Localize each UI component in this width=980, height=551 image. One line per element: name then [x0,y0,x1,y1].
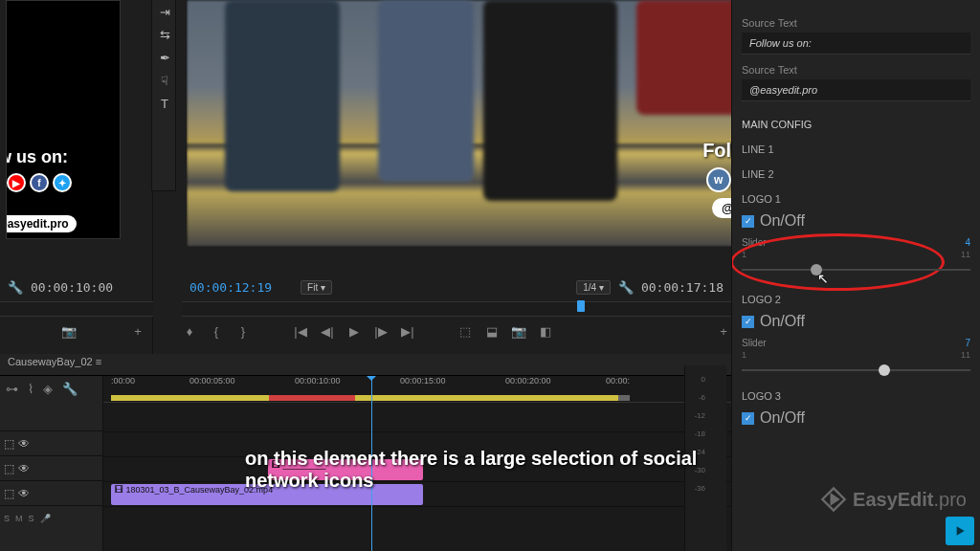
source-ruler[interactable] [0,301,153,317]
facebook-icon: f [30,173,49,192]
mic-icon[interactable]: 🎤 [40,514,51,523]
logo-1-onoff-label: On/Off [760,212,805,230]
source-monitor[interactable]: ow us on: ▶ f ✦ easyedit.pro [6,0,121,239]
source-text-1-label: Source Text [742,17,970,29]
snap-icon[interactable]: ⊶ [6,382,18,396]
slider-2-label: Slider [742,338,767,348]
logo-3-header[interactable]: LOGO 3 [742,390,970,402]
source-text-1-input[interactable] [742,33,970,55]
toggle-output-icon[interactable]: 👁 [18,487,30,500]
source-timecode[interactable]: 00:00:10:00 [31,280,113,295]
source-text-2-label: Source Text [742,64,970,76]
watermark-logo: EasyEdit.pro [820,486,967,513]
wrench-icon[interactable]: 🔧 [618,280,634,295]
add-icon[interactable]: + [130,324,145,339]
play-icon [952,523,968,539]
slider-1-value[interactable]: 4 [965,237,970,248]
overlay-title-text: ow us on: [6,147,68,167]
extract-icon[interactable]: ⬓ [484,324,500,339]
logo-2-checkbox[interactable]: ✓ [742,316,754,328]
slider-1-label: Slider [742,237,767,248]
play-diamond-icon [820,486,847,513]
slider-1-min: 1 [742,250,746,259]
rolling-edit-icon[interactable]: ⇆ [152,23,177,46]
logo-1-header[interactable]: LOGO 1 [742,193,970,205]
track-head-v2[interactable]: ⬚👁 [0,455,102,480]
ruler-tick: :00:00 [111,376,135,386]
export-frame-icon[interactable]: 📷 [511,324,526,339]
toggle-output-icon[interactable]: 👁 [18,437,30,451]
line-2-item[interactable]: LINE 2 [742,168,970,180]
play-icon[interactable]: ▶ [346,324,362,339]
marker-tool-icon[interactable]: ◈ [43,382,53,396]
logo-1-checkbox[interactable]: ✓ [742,215,754,228]
vk-icon: w [706,167,731,192]
zoom-select[interactable]: 1/4 ▾ [576,280,611,295]
wrench-icon[interactable]: 🔧 [8,280,23,295]
youtube-icon: ▶ [7,173,26,192]
track-head-v1[interactable]: ⬚👁 [0,480,102,505]
toggle-output-icon[interactable]: 👁 [18,462,30,475]
logo-3-checkbox[interactable]: ✓ [742,412,754,425]
ruler-tick: 00:00:20:00 [505,376,551,386]
slider-2-value[interactable]: 7 [965,338,970,348]
video-subtitle: on this element there is a large selecti… [245,448,735,492]
fit-select[interactable]: Fit ▾ [301,280,332,295]
slider-2-thumb[interactable] [879,364,890,376]
link-icon[interactable]: ⌇ [28,382,33,396]
slider-1-track[interactable]: ↖ [742,269,970,271]
comparison-icon[interactable]: ◧ [538,324,553,339]
main-config-header[interactable]: MAIN CONFIG [742,119,970,130]
eye-icon[interactable]: ⬚ [4,462,14,475]
play-badge-icon[interactable] [946,517,974,545]
type-tool-icon[interactable]: T [152,92,177,115]
go-to-out-icon[interactable]: ▶| [400,324,415,339]
logo-2-header[interactable]: LOGO 2 [742,294,970,305]
pen-tool-icon[interactable]: ✒ [152,46,177,69]
overlay-handle-text: easyedit.pro [6,215,77,232]
work-area-yellow[interactable] [111,395,269,401]
step-forward-icon[interactable]: |▶ [373,324,389,339]
logo-2-onoff-label: On/Off [760,313,805,330]
program-playhead-indicator[interactable] [577,300,585,312]
timeline-ruler[interactable]: :00:00 00:00:05:00 00:00:10:00 00:00:15:… [103,376,731,403]
program-timecode-right[interactable]: 00:00:17:18 [641,280,724,295]
slider-1-max: 11 [961,250,970,259]
logo-3-onoff-label: On/Off [760,409,805,427]
settings-icon[interactable]: 🔧 [62,382,78,396]
hand-tool-icon[interactable]: ☟ [152,69,177,92]
ruler-tick: 00:00:05:00 [189,376,235,386]
mark-in-icon[interactable]: { [209,324,224,339]
program-ruler[interactable] [182,301,731,317]
eye-icon[interactable]: ⬚ [4,487,14,500]
lift-icon[interactable]: ⬚ [457,324,473,339]
sequence-tab[interactable]: CausewayBay_02 ≡ [0,354,731,375]
work-area-end[interactable] [618,395,630,401]
step-back-icon[interactable]: ◀| [320,324,335,339]
slider-2-max: 11 [961,350,970,360]
work-area-red[interactable] [269,395,355,401]
twitter-icon: ✦ [53,173,72,192]
ruler-tick: 00:00:15:00 [400,376,446,386]
add-marker-icon[interactable]: ♦ [182,324,197,339]
track-a1[interactable] [103,506,731,531]
work-area-yellow-2[interactable] [355,395,618,401]
cursor-icon: ↖ [817,271,829,286]
track-head-a1[interactable]: SMS 🎤 [0,505,102,530]
slider-2-track[interactable] [742,369,970,371]
slider-2-min: 1 [742,350,746,360]
go-to-in-icon[interactable]: |◀ [293,324,308,339]
eye-icon[interactable]: ⬚ [4,437,14,451]
ripple-edit-icon[interactable]: ⇥ [152,0,177,23]
add-button-icon[interactable]: + [716,324,731,339]
line-1-item[interactable]: LINE 1 [742,143,970,155]
camera-icon[interactable]: 📷 [61,324,77,339]
ruler-tick: 00:00: [606,376,630,386]
source-text-2-input[interactable] [742,79,970,101]
program-timecode-left[interactable]: 00:00:12:19 [189,280,272,295]
ruler-tick: 00:00:10:00 [295,376,341,386]
mark-out-icon[interactable]: } [235,324,251,339]
track-head-v3[interactable]: ⬚👁 [0,430,102,455]
